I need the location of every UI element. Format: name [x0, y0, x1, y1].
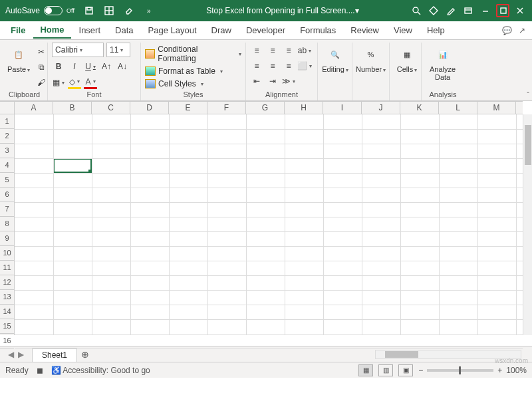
zoom-level[interactable]: 100%	[506, 366, 527, 375]
row-header[interactable]: 9	[0, 231, 14, 246]
fill-color-icon[interactable]: ◇	[68, 76, 81, 89]
zoom-in-icon[interactable]: +	[497, 366, 502, 375]
border-icon[interactable]: ▦	[52, 76, 65, 89]
maximize-button[interactable]	[496, 4, 509, 17]
row-header[interactable]: 13	[0, 290, 14, 305]
tab-file[interactable]: File	[4, 23, 32, 38]
row-header[interactable]: 3	[0, 144, 14, 158]
pen-icon[interactable]	[444, 4, 458, 17]
col-header[interactable]: J	[362, 102, 400, 114]
align-right-icon[interactable]: ≡	[282, 59, 295, 72]
merge-icon[interactable]: ⬜	[298, 59, 311, 72]
search-icon[interactable]	[410, 4, 423, 17]
row-header[interactable]: 6	[0, 188, 14, 202]
share-icon[interactable]: ↗	[519, 26, 525, 35]
zoom-slider[interactable]	[427, 369, 493, 372]
increase-indent-icon[interactable]: ⇥	[266, 74, 279, 88]
macro-record-icon[interactable]: ◼	[37, 366, 43, 375]
row-header[interactable]: 4	[0, 158, 14, 173]
orientation-icon[interactable]: ≫	[282, 74, 295, 88]
save-icon[interactable]	[82, 4, 96, 17]
wrap-text-icon[interactable]: ab	[298, 44, 311, 57]
vertical-scrollbar[interactable]	[523, 114, 532, 335]
minimize-icon[interactable]	[479, 4, 492, 17]
row-header[interactable]: 5	[0, 173, 14, 188]
col-header[interactable]: G	[246, 102, 285, 114]
align-center-icon[interactable]: ≡	[266, 59, 279, 72]
number-button[interactable]: %Number	[356, 43, 385, 76]
scroll-thumb[interactable]	[385, 351, 418, 358]
collapse-ribbon-icon[interactable]: ˆ	[527, 91, 529, 99]
row-header[interactable]: 11	[0, 261, 14, 275]
col-header[interactable]: D	[130, 102, 169, 114]
row-header[interactable]: 12	[0, 275, 14, 290]
row-header[interactable]: 7	[0, 202, 14, 217]
tab-review[interactable]: Review	[344, 23, 386, 38]
zoom-control[interactable]: − + 100%	[418, 366, 527, 375]
close-icon[interactable]	[513, 4, 527, 17]
row-header[interactable]: 8	[0, 217, 14, 231]
copy-icon[interactable]: ⧉	[35, 61, 48, 74]
col-header[interactable]: C	[92, 102, 130, 114]
italic-button[interactable]: I	[68, 60, 81, 73]
col-header[interactable]: A	[15, 102, 53, 114]
row-header[interactable]: 16	[0, 334, 14, 348]
tab-home[interactable]: Home	[33, 22, 70, 39]
analyze-data-button[interactable]: 📊Analyze Data	[426, 43, 460, 84]
normal-view-button[interactable]: ▦	[358, 364, 373, 376]
col-header[interactable]: L	[439, 102, 477, 114]
tab-formulas[interactable]: Formulas	[293, 23, 342, 38]
tab-view[interactable]: View	[387, 23, 419, 38]
add-sheet-button[interactable]: ⊕	[77, 349, 93, 360]
paste-button[interactable]: 📋 Paste	[5, 43, 32, 76]
underline-button[interactable]: U	[84, 60, 97, 73]
format-as-table-button[interactable]: Format as Table	[145, 66, 223, 76]
tab-insert[interactable]: Insert	[72, 23, 108, 38]
conditional-formatting-button[interactable]: Conditional Formatting	[145, 44, 241, 64]
decrease-indent-icon[interactable]: ⇤	[250, 74, 263, 88]
grid-icon[interactable]	[102, 4, 116, 17]
tab-draw[interactable]: Draw	[205, 23, 238, 38]
tab-developer[interactable]: Developer	[239, 23, 292, 38]
zoom-out-icon[interactable]: −	[418, 366, 423, 375]
align-top-icon[interactable]: ≡	[250, 44, 263, 57]
col-header[interactable]: M	[477, 102, 516, 114]
row-header[interactable]: 2	[0, 129, 14, 144]
tab-help[interactable]: Help	[420, 23, 452, 38]
next-sheet-icon[interactable]: ▶	[18, 350, 24, 359]
accessibility-status[interactable]: ♿ Accessibility: Good to go	[51, 366, 150, 375]
cut-icon[interactable]: ✂	[35, 45, 48, 59]
selected-cell[interactable]	[53, 158, 92, 173]
col-header[interactable]: H	[285, 102, 323, 114]
align-bottom-icon[interactable]: ≡	[282, 44, 295, 57]
diamond-icon[interactable]	[427, 4, 440, 17]
editing-button[interactable]: 🔍Editing	[322, 43, 348, 76]
sheet-nav[interactable]: ◀▶	[0, 350, 32, 359]
row-header[interactable]: 10	[0, 246, 14, 261]
page-layout-view-button[interactable]: ▥	[378, 364, 393, 376]
scroll-thumb[interactable]	[525, 125, 531, 165]
col-header[interactable]: F	[207, 102, 246, 114]
cells-button[interactable]: ▦Cells	[394, 43, 420, 76]
font-color-icon[interactable]: A	[84, 76, 97, 89]
qat-more-icon[interactable]: »	[142, 4, 156, 17]
font-size-select[interactable]: 11	[106, 43, 130, 57]
row-header[interactable]: 15	[0, 319, 14, 334]
row-header[interactable]: 14	[0, 305, 14, 319]
col-header[interactable]: I	[323, 102, 362, 114]
eraser-icon[interactable]	[122, 4, 136, 17]
cells-area[interactable]	[15, 114, 523, 335]
prev-sheet-icon[interactable]: ◀	[8, 350, 14, 359]
sheet-tab[interactable]: Sheet1	[32, 348, 77, 362]
font-name-select[interactable]: Calibri	[52, 43, 104, 57]
align-left-icon[interactable]: ≡	[250, 59, 263, 72]
comments-icon[interactable]: 💬	[502, 26, 512, 35]
col-header[interactable]: K	[400, 102, 439, 114]
tab-data[interactable]: Data	[108, 23, 140, 38]
tab-page-layout[interactable]: Page Layout	[142, 23, 203, 38]
ribbon-display-icon[interactable]	[462, 4, 475, 17]
align-middle-icon[interactable]: ≡	[266, 44, 279, 57]
cell-styles-button[interactable]: Cell Styles	[145, 78, 203, 89]
row-header[interactable]: 1	[0, 114, 14, 129]
autosave-toggle[interactable]: AutoSave Off	[5, 6, 74, 15]
